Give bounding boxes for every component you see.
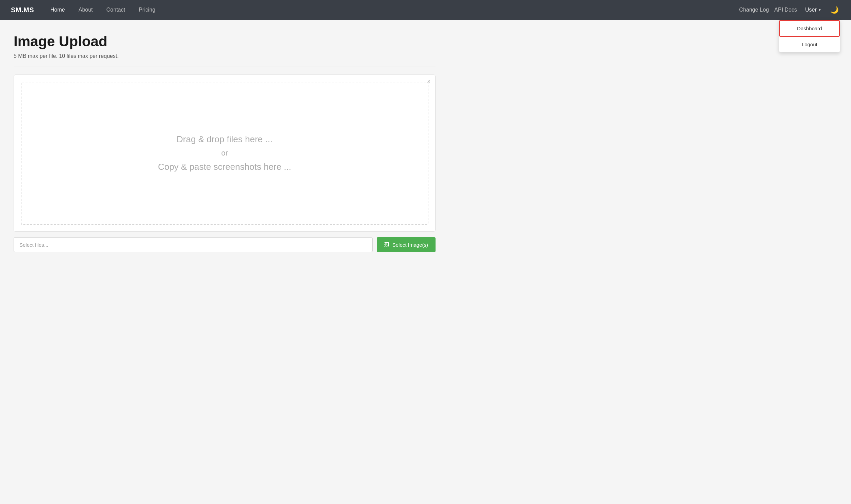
nav-home[interactable]: Home: [45, 4, 70, 16]
nav-apidocs[interactable]: API Docs: [774, 7, 797, 13]
close-button[interactable]: ×: [427, 79, 430, 84]
dropzone-secondary-text: Copy & paste screenshots here ...: [158, 162, 291, 172]
dashboard-menu-item[interactable]: Dashboard: [779, 20, 840, 37]
chevron-down-icon: ▾: [819, 7, 821, 12]
main-content: Image Upload 5 MB max per file. 10 files…: [0, 20, 449, 266]
nav-pricing[interactable]: Pricing: [133, 4, 161, 16]
upload-card: × Drag & drop files here ... or Copy & p…: [14, 75, 436, 232]
file-input-placeholder: Select files...: [19, 242, 48, 248]
nav-contact[interactable]: Contact: [101, 4, 131, 16]
dropzone-primary-text: Drag & drop files here ...: [177, 134, 273, 145]
nav-changelog[interactable]: Change Log: [739, 7, 769, 13]
user-dropdown-menu: Dashboard Logout: [779, 20, 840, 52]
dropzone[interactable]: Drag & drop files here ... or Copy & pas…: [21, 82, 428, 225]
upload-icon: 🖼: [384, 242, 390, 248]
navbar: SM.MS Home About Contact Pricing Change …: [0, 0, 851, 20]
brand-logo: SM.MS: [11, 6, 34, 14]
file-input-display: Select files...: [14, 237, 373, 252]
select-images-button[interactable]: 🖼 Select Image(s): [377, 237, 436, 252]
navbar-right: Change Log API Docs User ▾ 🌙: [739, 4, 840, 15]
logout-menu-item[interactable]: Logout: [779, 37, 840, 52]
select-images-label: Select Image(s): [392, 242, 428, 248]
page-title: Image Upload: [14, 33, 436, 50]
user-label: User: [805, 7, 817, 13]
bottom-bar: Select files... 🖼 Select Image(s): [14, 237, 436, 252]
nav-links: Home About Contact Pricing: [45, 4, 739, 16]
moon-icon: 🌙: [830, 6, 839, 14]
nav-about[interactable]: About: [73, 4, 98, 16]
dropzone-or-text: or: [221, 149, 228, 158]
user-dropdown-button[interactable]: User ▾: [802, 5, 823, 14]
theme-toggle-button[interactable]: 🌙: [829, 4, 840, 15]
page-subtitle: 5 MB max per file. 10 files max per requ…: [14, 53, 436, 59]
divider: [14, 66, 436, 66]
